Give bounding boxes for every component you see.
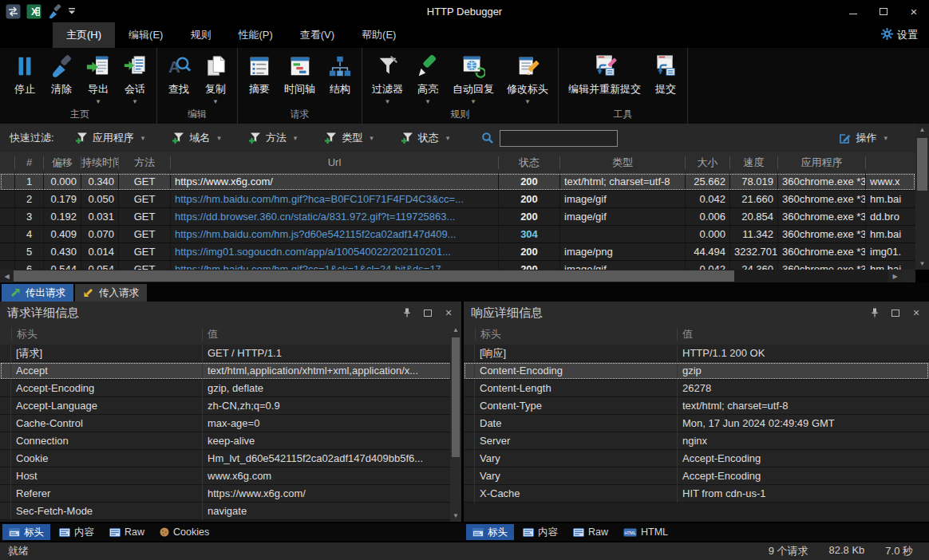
highlight-button[interactable]: 高亮▾ (409, 48, 446, 107)
scroll-up-arrow-icon[interactable]: ▲ (919, 124, 926, 136)
settings-button[interactable]: 设置 (881, 22, 929, 48)
tab-outgoing-requests[interactable]: 传出请求 (2, 284, 73, 302)
excel-export-icon[interactable]: X (26, 4, 42, 19)
vertical-scrollbar[interactable]: ▲ ▼ (915, 124, 929, 270)
header-row[interactable]: Host www.x6g.com (0, 467, 461, 485)
quick-access-caret-icon[interactable] (68, 7, 76, 15)
tab-response-raw[interactable]: Raw (567, 524, 615, 540)
tab-request-cookies[interactable]: Cookies (153, 524, 215, 540)
tab-incoming-requests[interactable]: 传入请求 (75, 284, 147, 302)
horizontal-scrollbar[interactable]: ◀ ▶ (0, 270, 915, 282)
header-row[interactable]: Date Mon, 17 Jun 2024 02:49:49 GMT (464, 415, 929, 432)
scroll-down-arrow-icon[interactable]: ▼ (453, 510, 459, 522)
search-input[interactable] (500, 130, 618, 147)
modify-headers-button[interactable]: 修改标头▾ (500, 48, 555, 107)
header-row[interactable]: Content-Length 26278 (464, 380, 929, 397)
transfer-icon[interactable] (6, 4, 21, 19)
auto-reply-button[interactable]: 自动回复▾ (446, 48, 500, 107)
table-row[interactable]: 5 0.430 0.014 GET https://img01.sogoucdn… (0, 243, 915, 261)
col-app[interactable]: 应用程序 (777, 156, 865, 169)
pin-icon[interactable] (869, 307, 880, 318)
scroll-thumb[interactable] (452, 337, 460, 457)
structure-button[interactable]: 结构 (322, 48, 358, 107)
restore-icon[interactable] (422, 307, 433, 318)
col-url[interactable]: Url (170, 156, 498, 169)
tab-request-content[interactable]: 内容 (53, 524, 101, 540)
col-extra[interactable] (865, 156, 915, 169)
pin-icon[interactable] (401, 307, 413, 318)
maximize-button[interactable] (868, 1, 899, 22)
close-icon[interactable]: × (911, 307, 922, 318)
header-row[interactable]: Connection keep-alive (0, 432, 461, 450)
menu-tab[interactable]: 性能(P) (224, 22, 286, 48)
stop-button[interactable]: 停止 (6, 48, 43, 107)
horizontal-scroll-thumb[interactable] (14, 270, 734, 282)
header-row[interactable]: Server nginx (464, 432, 929, 450)
scroll-left-arrow-icon[interactable]: ◀ (0, 273, 14, 280)
export-button[interactable]: 导出▾ (80, 48, 117, 107)
table-row[interactable]: 1 0.000 0.340 GET https://www.x6g.com/ 2… (0, 173, 915, 191)
menu-tab[interactable]: 帮助(E) (348, 22, 409, 48)
header-row[interactable]: X-Cache HIT from cdn-us-1 (464, 485, 929, 503)
brush-icon[interactable] (47, 4, 62, 19)
copy-button[interactable]: 复制▾ (197, 48, 234, 107)
close-button[interactable]: × (899, 1, 929, 22)
menu-tab[interactable]: 规则 (176, 22, 224, 48)
find-button[interactable]: A 查找 (160, 48, 197, 107)
header-row[interactable]: Sec-Fetch-Mode navigate (0, 503, 461, 520)
table-row[interactable]: 3 0.192 0.031 GET https://dd.browser.360… (0, 208, 915, 226)
edit-resubmit-button[interactable]: 编辑并重新提交 (562, 48, 647, 107)
col-speed[interactable]: 速度 (729, 156, 777, 169)
header-row[interactable]: Accept-Language zh-CN,zh;q=0.9 (0, 397, 461, 415)
close-icon[interactable]: × (443, 307, 454, 318)
table-row[interactable]: 4 0.409 0.070 GET https://hm.baidu.com/h… (0, 226, 915, 243)
header-row[interactable]: Content-Type text/html; charset=utf-8 (464, 397, 929, 415)
header-row[interactable]: Accept text/html,application/xhtml+xml,a… (0, 362, 461, 380)
scroll-down-arrow-icon[interactable]: ▼ (919, 258, 926, 270)
tab-request-headers[interactable]: 标头 (2, 524, 50, 540)
tab-response-html[interactable]: HTML HTML (617, 524, 674, 540)
header-row[interactable]: Content-Encoding gzip (464, 362, 929, 380)
filter-app-button[interactable]: 应用程序▾ (75, 131, 145, 145)
header-row[interactable]: [请求] GET / HTTP/1.1 (0, 345, 461, 362)
header-row[interactable]: [响应] HTTP/1.1 200 OK (464, 345, 929, 362)
tab-response-headers[interactable]: 标头 (466, 524, 514, 540)
submit-button[interactable]: 提交 (647, 48, 684, 107)
filter-domain-button[interactable]: 域名▾ (172, 131, 221, 145)
col-size[interactable]: 大小 (685, 156, 729, 169)
timeline-button[interactable]: 时间轴 (278, 48, 322, 107)
header-row[interactable]: Vary Accept-Encoding (464, 450, 929, 467)
table-row[interactable]: 2 0.179 0.050 GET https://hm.baidu.com/h… (0, 191, 915, 208)
col-duration[interactable]: 持续时间 (81, 156, 118, 169)
header-row[interactable]: Referer https://www.x6g.com/ (0, 485, 461, 503)
clear-button[interactable]: 清除 (43, 48, 80, 107)
tab-request-raw[interactable]: Raw (103, 524, 151, 540)
menu-tab[interactable]: 查看(V) (287, 22, 348, 48)
filter-button[interactable]: 过滤器▾ (366, 48, 409, 107)
col-method[interactable]: 方法 (118, 156, 170, 169)
action-button[interactable]: 操作▾ (839, 131, 887, 145)
header-row[interactable]: Cookie Hm_lvt_d60e542115f2ca02adf147d409… (0, 450, 461, 467)
menu-tab[interactable]: 编辑(E) (115, 22, 176, 48)
header-row[interactable]: Accept-Encoding gzip, deflate (0, 380, 461, 397)
header-row[interactable]: Cache-Control max-age=0 (0, 415, 461, 432)
vertical-scroll-thumb[interactable] (917, 138, 927, 191)
filter-type-button[interactable]: 类型▾ (324, 131, 374, 145)
request-panel-scrollbar[interactable]: ▲ ▼ (450, 324, 461, 522)
col-type[interactable]: 类型 (559, 156, 685, 169)
header-row[interactable]: Vary Accept-Encoding (464, 467, 929, 485)
scroll-right-arrow-icon[interactable]: ▶ (888, 273, 902, 280)
filter-method-button[interactable]: 方法▾ (248, 131, 298, 145)
sessions-button[interactable]: 会话▾ (117, 48, 153, 107)
minimize-button[interactable] (838, 1, 868, 22)
col-num[interactable]: # (14, 156, 43, 169)
restore-icon[interactable] (890, 307, 901, 318)
col-status[interactable]: 状态 (498, 156, 559, 169)
summary-button[interactable]: 摘要 (241, 48, 278, 107)
table-row[interactable]: 6 0.544 0.054 GET https://hm.baidu.com/h… (0, 261, 915, 270)
col-offset[interactable]: 偏移 (43, 156, 81, 169)
tab-response-content[interactable]: 内容 (516, 524, 564, 540)
filter-status-button[interactable]: 状态▾ (401, 131, 450, 145)
scroll-up-arrow-icon[interactable]: ▲ (453, 324, 459, 336)
menu-tab[interactable]: 主页(H) (53, 22, 115, 48)
